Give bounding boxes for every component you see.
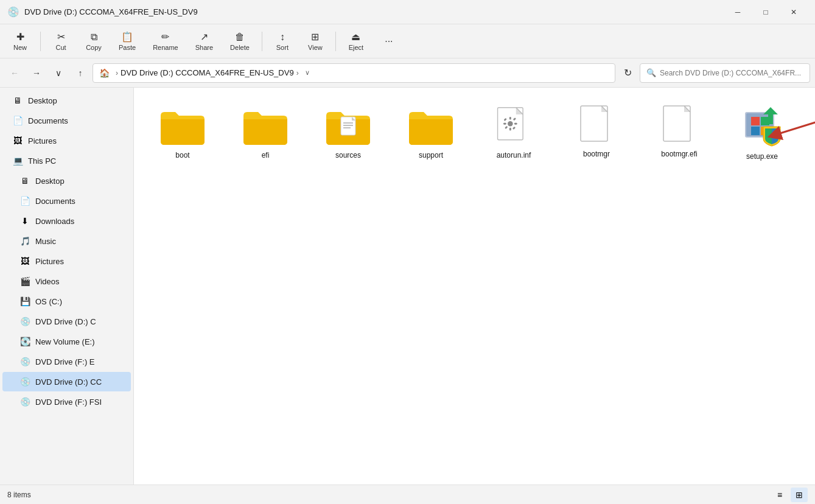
- back-button[interactable]: ←: [5, 63, 24, 83]
- svg-rect-26: [761, 117, 769, 125]
- grid-view-button[interactable]: ⊞: [791, 488, 808, 502]
- svg-point-8: [508, 121, 513, 127]
- sidebar-item-documents-top[interactable]: 📄 Documents: [2, 111, 131, 130]
- sidebar-item-music[interactable]: 🎵 Music: [2, 231, 131, 251]
- rename-button[interactable]: ✏ Rename: [145, 27, 186, 55]
- new-label: New: [13, 44, 27, 51]
- sidebar-item-dvd-f2[interactable]: 💿 DVD Drive (F:) FSI: [2, 392, 131, 411]
- share-button[interactable]: ↗ Share: [188, 27, 220, 55]
- file-grid: boot efi: [146, 100, 803, 166]
- copy-button[interactable]: ⧉ Copy: [79, 28, 109, 55]
- file-item-support[interactable]: support: [394, 100, 467, 166]
- file-label-sources: sources: [335, 151, 361, 159]
- view-icon: ⊞: [311, 31, 319, 43]
- sidebar-label-os-c: OS (C:): [35, 297, 62, 306]
- sidebar-label-new-volume-e: New Volume (E:): [35, 337, 95, 346]
- pictures-icon: 🖼: [19, 256, 30, 267]
- new-icon: ✚: [16, 31, 24, 43]
- file-item-bootmgr[interactable]: bootmgr: [560, 100, 633, 166]
- close-button[interactable]: ✕: [780, 0, 808, 24]
- folder-icon-efi: [241, 105, 290, 147]
- eject-button[interactable]: ⏏ Eject: [341, 27, 371, 55]
- file-item-bootmgr-efi[interactable]: bootmgr.efi: [643, 100, 716, 166]
- sidebar-item-videos[interactable]: 🎬 Videos: [2, 271, 131, 291]
- paste-label: Paste: [119, 44, 136, 51]
- cut-button[interactable]: ✂ Cut: [46, 27, 76, 55]
- sidebar-item-dvd-f[interactable]: 💿 DVD Drive (F:) E: [2, 352, 131, 371]
- sort-button[interactable]: ↕ Sort: [267, 28, 298, 55]
- file-label-setup: setup.exe: [746, 152, 778, 161]
- delete-icon: 🗑: [235, 32, 245, 43]
- sidebar-item-downloads[interactable]: ⬇ Downloads: [2, 211, 131, 231]
- cut-icon: ✂: [57, 31, 65, 43]
- file-label-bootmgr-efi: bootmgr.efi: [661, 150, 697, 158]
- sidebar-label-dvd-d: DVD Drive (D:) C: [35, 317, 96, 326]
- recent-button[interactable]: ∨: [49, 63, 68, 83]
- folder-icon-boot: [158, 105, 207, 147]
- sidebar-item-desktop[interactable]: 🖥 Desktop: [2, 171, 131, 191]
- file-item-autorun[interactable]: autorun.inf: [477, 100, 550, 166]
- address-bar[interactable]: 🏠 › DVD Drive (D:) CCCOMA_X64FRE_EN-US_D…: [93, 63, 615, 83]
- maximize-button[interactable]: □: [752, 0, 780, 24]
- sidebar-label-videos: Videos: [35, 277, 60, 286]
- file-label-autorun: autorun.inf: [497, 151, 531, 159]
- sidebar-item-os-c[interactable]: 💾 OS (C:): [2, 292, 131, 311]
- documents-icon: 📄: [19, 195, 30, 206]
- file-item-efi[interactable]: efi: [229, 100, 302, 166]
- new-volume-e-icon: 💽: [19, 336, 30, 347]
- sidebar-label-desktop: Desktop: [35, 177, 65, 186]
- search-box[interactable]: 🔍: [640, 63, 810, 83]
- file-item-setup[interactable]: setup.exe: [726, 100, 799, 166]
- sidebar-item-new-volume-e[interactable]: 💽 New Volume (E:): [2, 332, 131, 351]
- sidebar-label-dvd-f2: DVD Drive (F:) FSI: [35, 397, 102, 407]
- toolbar-sep-1: [40, 32, 41, 51]
- search-input[interactable]: [660, 69, 803, 77]
- sidebar-label-this-pc: This PC: [28, 156, 56, 166]
- view-button[interactable]: ⊞ View: [300, 27, 331, 55]
- sidebar-item-this-pc[interactable]: 💻 This PC: [2, 151, 131, 170]
- sort-label: Sort: [276, 44, 289, 51]
- file-label-efi: efi: [262, 151, 270, 159]
- folder-icon-support: [407, 105, 455, 147]
- statusbar-item-count: 8 items: [7, 491, 31, 499]
- titlebar-app-icon: 💿: [7, 6, 19, 18]
- paste-button[interactable]: 📋 Paste: [111, 27, 143, 55]
- file-area: boot efi: [134, 88, 815, 485]
- sidebar-label-desktop-top: Desktop: [28, 96, 57, 105]
- sidebar-item-dvd-d-active[interactable]: 💿 DVD Drive (D:) CC: [2, 372, 131, 391]
- svg-rect-9: [509, 117, 511, 120]
- gear-icon-wrap: [492, 105, 535, 147]
- file-item-boot[interactable]: boot: [146, 100, 219, 166]
- address-dropdown-arrow: ∨: [305, 69, 310, 77]
- downloads-icon: ⬇: [19, 215, 30, 226]
- delete-button[interactable]: 🗑 Delete: [223, 28, 257, 55]
- sidebar-item-desktop-top[interactable]: 🖥 Desktop: [2, 91, 131, 110]
- sidebar-item-pictures-top[interactable]: 🖼 Pictures: [2, 131, 131, 150]
- toolbar-sep-3: [335, 32, 336, 51]
- new-button[interactable]: ✚ New: [5, 27, 35, 55]
- os-c-icon: 💾: [19, 296, 30, 307]
- main-layout: 🖥 Desktop 📄 Documents 🖼 Pictures 💻 This …: [0, 88, 815, 485]
- svg-rect-12: [514, 123, 517, 125]
- sidebar-label-documents: Documents: [35, 197, 75, 206]
- paste-icon: 📋: [121, 31, 133, 43]
- forward-button[interactable]: →: [27, 63, 46, 83]
- toolbar: ✚ New ✂ Cut ⧉ Copy 📋 Paste ✏ Rename ↗ Sh…: [0, 24, 815, 58]
- this-pc-icon: 💻: [12, 155, 23, 166]
- sidebar-label-pictures-top: Pictures: [28, 136, 57, 145]
- minimize-button[interactable]: ─: [724, 0, 752, 24]
- dvd-d-active-icon: 💿: [19, 376, 30, 387]
- refresh-button[interactable]: ↻: [618, 63, 637, 83]
- sidebar-item-dvd-d[interactable]: 💿 DVD Drive (D:) C: [2, 312, 131, 331]
- list-view-button[interactable]: ≡: [771, 488, 788, 502]
- desktop-top-icon: 🖥: [12, 95, 23, 106]
- sidebar-item-pictures[interactable]: 🖼 Pictures: [2, 251, 131, 271]
- address-chevron-1: ›: [116, 69, 118, 77]
- sort-icon: ↕: [280, 32, 285, 43]
- folder-icon-sources: [324, 105, 373, 147]
- up-button[interactable]: ↑: [71, 63, 90, 83]
- more-button[interactable]: ···: [374, 32, 404, 51]
- sidebar-item-documents[interactable]: 📄 Documents: [2, 191, 131, 211]
- file-item-sources[interactable]: sources: [312, 100, 385, 166]
- music-icon: 🎵: [19, 236, 30, 247]
